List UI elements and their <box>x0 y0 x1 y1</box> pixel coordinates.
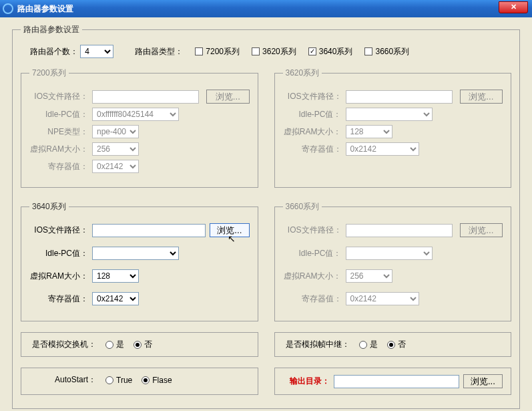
frame-relay-group: 是否模拟帧中继： 是 否 <box>274 332 512 357</box>
checkbox-icon: ✓ <box>308 47 316 55</box>
panel-7200-legend: 7200系列 <box>29 67 69 79</box>
browse-3660[interactable]: 浏览... <box>460 223 503 237</box>
idlepc-7200[interactable]: 0xffffff80425144 <box>92 108 179 121</box>
radio-icon <box>105 376 113 384</box>
ios-path-3640[interactable] <box>92 224 206 237</box>
panel-3660-legend: 3660系列 <box>283 201 322 213</box>
autostart-true[interactable]: True <box>105 376 132 385</box>
type-3640-checkbox[interactable]: ✓ 3640系列 <box>308 46 353 57</box>
type-3660-checkbox[interactable]: 3660系列 <box>364 46 409 57</box>
autostart-label: AutoStart： <box>29 374 96 386</box>
ram-3640[interactable]: 128 <box>92 269 139 283</box>
main-group: 路由器参数设置 路由器个数： 4 路由器类型： 7200系列 3620系列 <box>12 24 520 409</box>
type-3620-checkbox[interactable]: 3620系列 <box>252 46 296 57</box>
autostart-false[interactable]: Flase <box>142 376 172 385</box>
checkbox-icon <box>252 47 260 55</box>
panel-3620-legend: 3620系列 <box>283 67 322 79</box>
output-dir-label: 输出目录： <box>283 376 330 387</box>
ram-3660[interactable]: 256 <box>346 269 392 283</box>
reg-3640[interactable]: 0x2142 <box>92 292 139 305</box>
reg-label: 寄存器值： <box>283 293 342 305</box>
checkbox-icon <box>195 47 203 55</box>
switch-sim-group: 是否模拟交换机： 是 否 <box>21 332 258 357</box>
radio-icon <box>105 341 113 349</box>
ram-label: 虚拟RAM大小： <box>283 271 342 282</box>
output-dir-group: 输出目录： 浏览... <box>274 368 512 395</box>
router-count-select[interactable]: 4 <box>80 45 113 58</box>
browse-7200[interactable]: 浏览... <box>206 90 249 104</box>
panel-3620: 3620系列 IOS文件路径： 浏览... Idle-PC值： 虚拟RAM大小：… <box>274 67 512 193</box>
title-bar: 路由器参数设置 ✕ <box>0 0 532 17</box>
ram-label: 虚拟RAM大小： <box>283 126 342 138</box>
checkbox-icon <box>364 47 372 55</box>
reg-label: 寄存器值： <box>283 144 342 155</box>
autostart-group: AutoStart： True Flase <box>21 368 258 395</box>
browse-label: 浏览... <box>217 225 242 235</box>
ios-path-7200[interactable] <box>92 90 199 104</box>
ios-path-3660[interactable] <box>346 224 453 237</box>
router-count-label: 路由器个数： <box>30 46 78 57</box>
type-7200-checkbox[interactable]: 7200系列 <box>195 46 240 57</box>
frame-relay-yes[interactable]: 是 <box>359 339 378 350</box>
reg-label: 寄存器值： <box>29 161 88 172</box>
output-browse-button[interactable]: 浏览... <box>463 374 503 388</box>
ram-label: 虚拟RAM大小： <box>29 144 88 155</box>
ios-path-3620[interactable] <box>346 90 453 104</box>
ram-3620[interactable]: 128 <box>346 125 392 138</box>
switch-sim-label: 是否模拟交换机： <box>29 339 96 350</box>
radio-icon <box>359 341 367 349</box>
ios-label: IOS文件路径： <box>283 91 342 102</box>
switch-sim-yes[interactable]: 是 <box>105 339 124 350</box>
idlepc-label: Idle-PC值： <box>283 248 342 259</box>
panel-3640-legend: 3640系列 <box>29 201 69 213</box>
idlepc-3660[interactable] <box>346 247 433 260</box>
ios-label: IOS文件路径： <box>283 225 342 236</box>
ram-7200[interactable]: 256 <box>92 142 139 156</box>
app-icon <box>3 3 13 14</box>
idlepc-label: Idle-PC值： <box>29 248 88 259</box>
window-title: 路由器参数设置 <box>17 3 73 15</box>
panel-7200: 7200系列 IOS文件路径： 浏览... Idle-PC值： 0xffffff… <box>21 67 258 193</box>
radio-icon <box>142 376 150 384</box>
radio-icon <box>134 341 142 349</box>
panel-3660: 3660系列 IOS文件路径： 浏览... Idle-PC值： 虚拟RAM大小：… <box>274 201 512 327</box>
idlepc-label: Idle-PC值： <box>283 109 342 120</box>
idlepc-3640[interactable] <box>92 247 179 260</box>
main-legend: 路由器参数设置 <box>21 24 82 35</box>
reg-7200[interactable]: 0x2142 <box>92 160 139 173</box>
frame-relay-no[interactable]: 否 <box>387 339 406 350</box>
router-type-label: 路由器类型： <box>135 46 183 57</box>
idlepc-3620[interactable] <box>346 108 433 121</box>
switch-sim-no[interactable]: 否 <box>134 339 152 350</box>
reg-label: 寄存器值： <box>29 293 88 305</box>
ios-label: IOS文件路径： <box>29 91 88 102</box>
radio-icon <box>387 341 395 349</box>
browse-3640[interactable]: 浏览... ↖ <box>210 223 249 237</box>
ios-label: IOS文件路径： <box>29 225 88 236</box>
reg-3660[interactable]: 0x2142 <box>346 292 419 305</box>
close-button[interactable]: ✕ <box>499 1 528 13</box>
idlepc-label: Idle-PC值： <box>29 109 88 120</box>
panel-3640: 3640系列 IOS文件路径： 浏览... ↖ Idle-PC值： <box>21 201 258 327</box>
ram-label: 虚拟RAM大小： <box>29 271 88 282</box>
npe-7200[interactable]: npe-400 <box>92 125 139 138</box>
reg-3620[interactable]: 0x2142 <box>346 142 419 156</box>
browse-3620[interactable]: 浏览... <box>460 90 503 104</box>
frame-relay-label: 是否模拟帧中继： <box>283 339 350 350</box>
npe-label: NPE类型： <box>29 126 88 138</box>
output-dir-input[interactable] <box>334 375 459 388</box>
